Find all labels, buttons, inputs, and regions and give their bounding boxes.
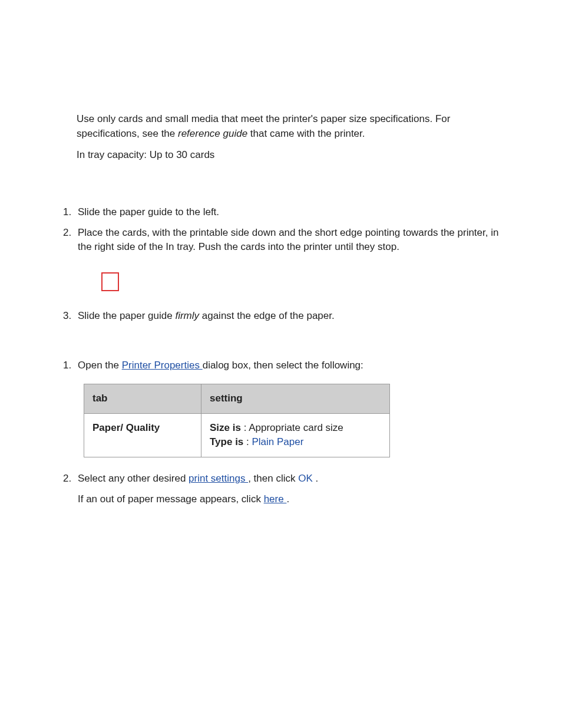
print-step-2-text-c: . <box>313 473 318 484</box>
print-step-2-subpara: If an out of paper message appears, clic… <box>78 492 515 507</box>
load-step-1-text: Slide the paper guide to the left. <box>78 206 219 218</box>
table-header-row: tab setting <box>84 384 390 414</box>
print-step-1: Open the Printer Properties dialog box, … <box>74 358 515 457</box>
intro-paragraph-2: In tray capacity: Up to 30 cards <box>77 148 509 163</box>
intro-paragraph-1: Use only cards and small media that meet… <box>77 112 509 141</box>
print-step-2-p2-b: . <box>286 493 289 505</box>
print-settings-link[interactable]: print settings <box>189 473 248 484</box>
intro-text-b: that came with the printer. <box>247 128 365 139</box>
size-value: Appropriate card size <box>249 422 343 433</box>
size-sep: : <box>241 422 249 433</box>
print-step-2: Select any other desired print settings … <box>74 472 515 506</box>
load-step-3: Slide the paper guide firmly against the… <box>74 309 515 324</box>
print-step-2-text-a: Select any other desired <box>78 473 189 484</box>
table-header-setting: setting <box>201 384 390 414</box>
here-link[interactable]: here <box>264 493 287 505</box>
ok-text: OK <box>298 473 313 484</box>
load-step-2: Place the cards, with the printable side… <box>74 226 515 291</box>
print-step-1-text-a: Open the <box>78 360 122 371</box>
print-step-1-text-b: dialog box, then select the following: <box>203 360 363 371</box>
print-steps-list: Open the Printer Properties dialog box, … <box>47 358 515 506</box>
image-placeholder-icon <box>101 272 119 291</box>
table-header-tab: tab <box>84 384 201 414</box>
load-step-3-text-a: Slide the paper guide <box>78 310 175 321</box>
intro-emphasis: reference guide <box>178 128 247 139</box>
load-step-1: Slide the paper guide to the left. <box>74 205 515 220</box>
intro-block: Use only cards and small media that meet… <box>77 112 509 163</box>
table-row: Paper/ Quality Size is : Appropriate car… <box>84 413 390 457</box>
type-value: Plain Paper <box>252 436 304 447</box>
table-cell-tab: Paper/ Quality <box>84 413 201 457</box>
table-cell-setting: Size is : Appropriate card size Type is … <box>201 413 390 457</box>
size-label: Size is <box>210 422 241 433</box>
settings-table: tab setting Paper/ Quality Size is : App… <box>84 384 390 457</box>
load-step-3-em: firmly <box>175 310 199 321</box>
settings-table-wrap: tab setting Paper/ Quality Size is : App… <box>84 384 515 457</box>
type-sep: : <box>243 436 252 447</box>
load-step-3-text-b: against the edge of the paper. <box>199 310 335 321</box>
document-page: Use only cards and small media that meet… <box>0 0 562 728</box>
load-step-2-text: Place the cards, with the printable side… <box>78 227 498 253</box>
print-step-2-text-b: , then click <box>248 473 298 484</box>
printer-properties-link[interactable]: Printer Properties <box>122 360 203 371</box>
print-step-2-p2-a: If an out of paper message appears, clic… <box>78 493 264 505</box>
load-steps-list: Slide the paper guide to the left. Place… <box>47 205 515 324</box>
type-label: Type is <box>210 436 243 447</box>
